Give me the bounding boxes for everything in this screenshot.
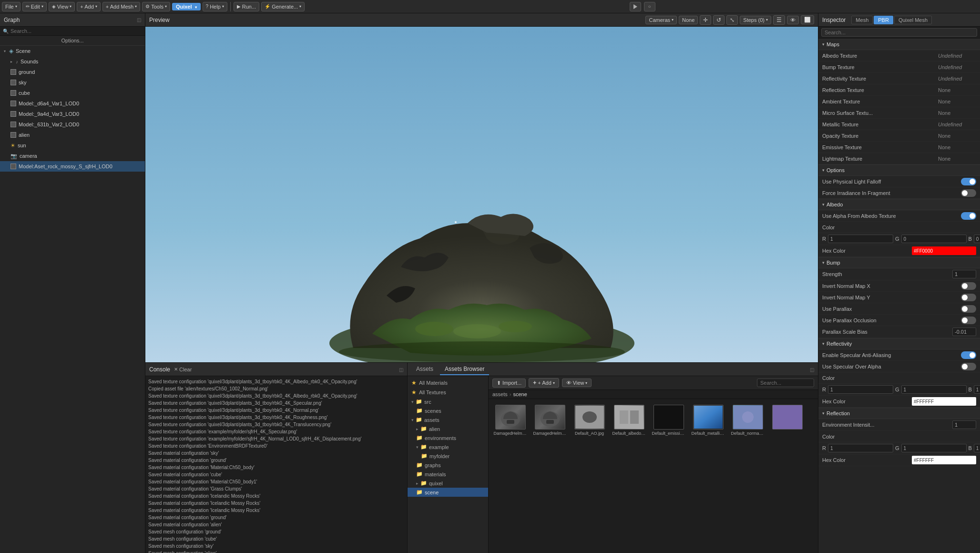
graph-search-input[interactable]	[10, 28, 142, 34]
albedo-b-input[interactable]	[974, 235, 980, 243]
none-dropdown[interactable]: None	[679, 16, 698, 24]
use-parallax-toggle[interactable]	[961, 305, 976, 313]
inspector-search-input[interactable]	[821, 28, 977, 37]
assets-collapse-button[interactable]: ◫	[810, 366, 814, 373]
file-item-purple[interactable]	[769, 403, 805, 438]
albedo-hex-input[interactable]	[912, 246, 976, 255]
view-options-button[interactable]: 👁 View ▾	[562, 379, 592, 387]
file-item-ao[interactable]: Default_AO.jpg	[572, 403, 607, 438]
file-item-metallic[interactable]: Default_metallic...	[690, 403, 726, 438]
console-content[interactable]: Saved texture configuration 'quixel/3dpl…	[145, 376, 407, 553]
graph-collapse-icon[interactable]: ◫	[137, 17, 141, 22]
preview-visibility-button[interactable]: 👁	[787, 16, 799, 24]
tree-item-cube[interactable]: cube	[0, 88, 145, 98]
view-menu[interactable]: ◈ View ▾	[49, 2, 75, 11]
use-alpha-toggle[interactable]	[961, 212, 976, 220]
tree-item-sun[interactable]: ☀ sun	[0, 140, 145, 151]
tab-pbr[interactable]: PBR	[874, 16, 893, 24]
tab-quixel-mesh[interactable]: Quixel Mesh	[894, 16, 932, 24]
run-button[interactable]: ▶ Run...	[234, 2, 259, 11]
console-collapse-button[interactable]: ◫	[399, 366, 403, 373]
reflectivity-b-input[interactable]	[974, 385, 980, 394]
folder-environments[interactable]: 📁 environments	[408, 433, 488, 442]
use-specular-over-alpha-toggle[interactable]	[961, 363, 976, 370]
folder-quixel[interactable]: ▸ 📁 quixel	[408, 479, 488, 488]
filter-all-materials[interactable]: ★ All Materials	[408, 378, 488, 388]
generate-button[interactable]: ⚡ Generate... ▾	[261, 2, 305, 11]
section-albedo-header[interactable]: ▾ Albedo	[818, 199, 980, 210]
folder-alien[interactable]: ▸ 📁 alien	[408, 424, 488, 433]
rotate-tool-button[interactable]: ↺	[713, 15, 725, 25]
scale-tool-button[interactable]: ⤡	[726, 15, 738, 25]
tree-item-scene[interactable]: ▾ ◈ Scene	[0, 46, 145, 56]
breadcrumb-scene[interactable]: scene	[513, 391, 527, 397]
move-tool-button[interactable]: ✛	[700, 15, 711, 25]
folder-src[interactable]: ▾ 📁 src	[408, 397, 488, 406]
add-asset-button[interactable]: + + Add ▾	[529, 378, 559, 388]
assets-search-input[interactable]	[757, 379, 814, 387]
tree-item-model1[interactable]: Model:_d6a4_Var1_LOD0	[0, 98, 145, 109]
reflectivity-g-input[interactable]	[901, 385, 967, 394]
reflection-g-input[interactable]	[901, 444, 967, 452]
file-item-damaged2[interactable]: DamagedHelmet...	[532, 403, 568, 438]
assets-browser-tab[interactable]: Assets Browser	[440, 364, 489, 375]
steps-dropdown[interactable]: Steps (0) ▾	[740, 16, 771, 24]
folder-graphs[interactable]: 📁 graphs	[408, 461, 488, 470]
albedo-r-input[interactable]	[828, 235, 893, 243]
reflectivity-r-input[interactable]	[828, 385, 893, 394]
folder-assets[interactable]: ▾ 📁 assets	[408, 415, 488, 424]
filter-all-textures[interactable]: ★ All Textures	[408, 388, 488, 397]
quixel-badge[interactable]: Quixel ▾	[172, 3, 201, 10]
parallax-scale-bias-input[interactable]	[952, 328, 976, 336]
tree-item-model2[interactable]: Model:_9a4d_Var3_LOD0	[0, 109, 145, 119]
tree-item-model-rock[interactable]: Model:Aset_rock_mossy_S_sjfrH_LOD0	[0, 161, 145, 172]
tree-item-alien[interactable]: alien	[0, 130, 145, 140]
play-button[interactable]	[630, 2, 641, 11]
file-menu[interactable]: File ▾	[2, 2, 20, 11]
tree-item-sounds[interactable]: ▸ ♪ Sounds	[0, 56, 145, 67]
folder-myfolder[interactable]: 📁 myfolder	[408, 451, 488, 461]
breadcrumb-assets[interactable]: assets	[492, 391, 508, 397]
enable-specular-aa-toggle[interactable]	[961, 351, 976, 359]
folder-example[interactable]: ▾ 📁 example	[408, 442, 488, 451]
tab-mesh[interactable]: Mesh	[851, 16, 873, 24]
preview-settings-button[interactable]: ☰	[773, 15, 785, 25]
section-maps-header[interactable]: ▾ Maps	[818, 39, 980, 50]
folder-scenes[interactable]: 📁 scenes	[408, 406, 488, 415]
folder-scene[interactable]: 📁 scene	[408, 488, 488, 497]
folder-materials[interactable]: 📁 materials	[408, 470, 488, 479]
file-item-emissive[interactable]: Default_emissive...	[651, 403, 686, 438]
use-parallax-occlusion-toggle[interactable]	[961, 317, 976, 324]
tree-item-ground[interactable]: ground	[0, 67, 145, 77]
reflection-b-input[interactable]	[974, 444, 980, 452]
reflectivity-hex-input[interactable]	[912, 397, 976, 406]
section-bump-header[interactable]: ▾ Bump	[818, 257, 980, 268]
environment-intensity-input[interactable]	[952, 420, 976, 429]
bump-strength-input[interactable]	[952, 270, 976, 278]
tools-menu[interactable]: ⚙ Tools ▾	[142, 2, 170, 11]
force-irradiance-toggle[interactable]	[961, 189, 976, 197]
graph-options-bar[interactable]: Options...	[0, 36, 145, 46]
file-item-normal[interactable]: Default_normal j...	[730, 403, 766, 438]
physical-light-falloff-toggle[interactable]	[961, 178, 976, 185]
invert-normal-y-toggle[interactable]	[961, 294, 976, 301]
add-menu[interactable]: + Add ▾	[77, 2, 100, 11]
invert-normal-x-toggle[interactable]	[961, 282, 976, 290]
stop-button[interactable]: ○	[644, 2, 655, 11]
file-item-albedo[interactable]: Default_albedo.jpg	[611, 403, 647, 438]
import-button[interactable]: ⬆ Import...	[492, 379, 526, 388]
reflection-r-input[interactable]	[828, 444, 893, 452]
reflection-hex-input[interactable]	[912, 456, 976, 464]
add-mesh-menu[interactable]: + Add Mesh ▾	[102, 2, 140, 11]
cameras-dropdown[interactable]: Cameras ▾	[645, 16, 677, 24]
section-reflectivity-header[interactable]: ▾ Reflectivity	[818, 338, 980, 349]
help-menu[interactable]: ? Help ▾	[203, 2, 227, 11]
clear-button[interactable]: ✕ Clear	[174, 367, 192, 372]
preview-expand-button[interactable]: ⬜	[801, 15, 814, 24]
tree-item-sky[interactable]: sky	[0, 77, 145, 88]
assets-tab[interactable]: Assets	[411, 364, 438, 375]
edit-menu[interactable]: ✏ Edit ▾	[22, 2, 47, 11]
albedo-g-input[interactable]	[901, 235, 967, 243]
tree-item-model3[interactable]: Model:_631b_Var2_LOD0	[0, 119, 145, 130]
section-options-header[interactable]: ▾ Options	[818, 164, 980, 176]
